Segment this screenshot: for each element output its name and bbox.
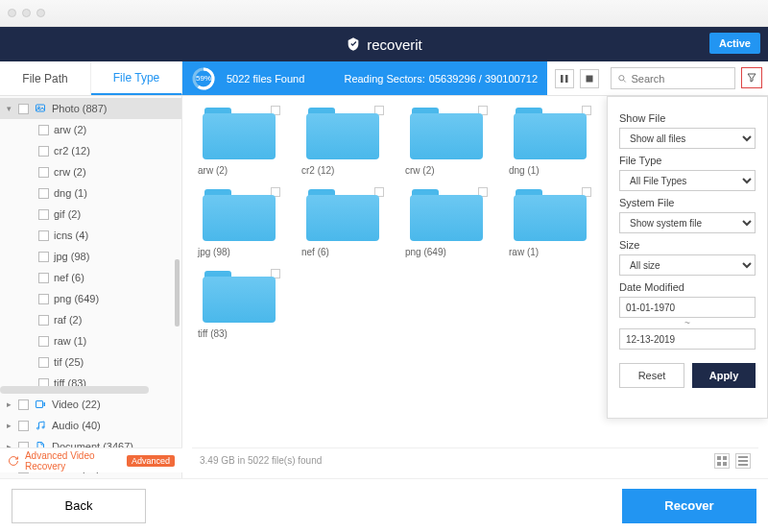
active-button[interactable]: Active [709, 33, 760, 54]
status-summary: 3.49 GB in 5022 file(s) found [200, 455, 322, 466]
folder-item[interactable]: raw (1) [503, 185, 597, 257]
filter-panel: Show File Show all files File Type All F… [607, 96, 768, 419]
search-box[interactable] [611, 67, 735, 89]
svg-rect-8 [36, 401, 43, 408]
footer: Back Recover [0, 478, 768, 532]
checkbox[interactable] [18, 421, 29, 431]
checkbox[interactable] [38, 146, 49, 157]
photo-icon [34, 103, 47, 114]
folder-item[interactable]: tiff (83) [192, 267, 286, 339]
sidebar-child-label: png (649) [54, 293, 99, 304]
folder-item[interactable]: dng (1) [503, 104, 597, 176]
folder-item[interactable]: nef (6) [296, 185, 390, 257]
checkbox[interactable] [38, 357, 49, 368]
reading-label: Reading Sectors: [344, 73, 424, 85]
sidebar-h-scrollbar[interactable] [0, 386, 149, 394]
back-button[interactable]: Back [12, 489, 146, 523]
checkbox[interactable] [38, 252, 49, 262]
sidebar-child-item[interactable]: arw (2) [0, 119, 181, 140]
sidebar-cat-photo[interactable]: ▾ Photo (887) [0, 98, 181, 119]
sidebar-child-item[interactable]: raw (1) [0, 330, 181, 351]
filter-file-type-select[interactable]: All File Types [619, 170, 756, 191]
tree: ▾ Photo (887) arw (2)cr2 (12)crw (2)dng … [0, 96, 181, 478]
checkbox[interactable] [38, 336, 49, 347]
scan-status: 59% 5022 files Found Reading Sectors: 05… [182, 61, 547, 95]
folder-icon [512, 104, 588, 163]
view-list-button[interactable] [735, 453, 751, 469]
folder-item[interactable]: png (649) [399, 185, 493, 257]
folder-label: nef (6) [296, 247, 390, 257]
filter-system-file-select[interactable]: Show system file [619, 212, 756, 233]
folder-icon [201, 185, 277, 245]
sidebar-child-item[interactable]: dng (1) [0, 182, 181, 204]
filter-icon [746, 72, 757, 84]
tab-file-type[interactable]: File Type [91, 61, 182, 95]
filter-show-file-select[interactable]: Show all files [619, 128, 756, 149]
filter-show-file-label: Show File [619, 112, 756, 124]
category-icon [34, 420, 47, 431]
refresh-icon [8, 454, 19, 468]
filter-size-select[interactable]: All size [619, 254, 756, 276]
folder-icon [408, 185, 485, 245]
filter-reset-button[interactable]: Reset [619, 363, 684, 388]
folder-item[interactable]: cr2 (12) [296, 104, 390, 176]
tab-file-path[interactable]: File Path [0, 61, 91, 95]
advanced-video-recovery-bar[interactable]: Advanced Video Recovery Advanced [0, 447, 182, 472]
folder-item[interactable]: arw (2) [192, 104, 286, 176]
folder-item[interactable]: jpg (98) [192, 185, 286, 257]
folder-icon [304, 185, 381, 245]
checkbox[interactable] [38, 125, 49, 135]
filter-button[interactable] [741, 67, 762, 88]
sidebar-child-item[interactable]: tif (25) [0, 351, 181, 373]
svg-rect-2 [561, 75, 564, 83]
folder-icon [304, 104, 381, 163]
folder-label: png (649) [399, 247, 493, 257]
sidebar-cat-label: Photo (887) [52, 103, 107, 114]
sidebar-scrollbar[interactable] [175, 259, 180, 326]
sidebar-child-label: jpg (98) [54, 251, 89, 262]
sidebar-child-item[interactable]: raf (2) [0, 309, 181, 330]
sidebar-child-item[interactable]: icns (4) [0, 225, 181, 246]
folder-item[interactable]: crw (2) [399, 104, 493, 176]
chevron-right-icon: ▸ [4, 399, 13, 409]
checkbox[interactable] [38, 315, 49, 326]
checkbox[interactable] [18, 104, 29, 114]
checkbox[interactable] [38, 209, 49, 220]
sidebar-child-item[interactable]: cr2 (12) [0, 140, 181, 161]
filter-file-type-label: File Type [619, 155, 756, 166]
recover-button[interactable]: Recover [622, 489, 756, 523]
filter-date-to[interactable] [619, 328, 756, 350]
window-controls[interactable] [8, 9, 45, 17]
checkbox[interactable] [38, 273, 49, 283]
svg-rect-18 [738, 460, 748, 462]
sidebar-cat-item[interactable]: ▸Audio (40) [0, 415, 181, 436]
filter-date-from[interactable] [619, 297, 756, 318]
view-grid-button[interactable] [714, 453, 730, 469]
sidebar-child-item[interactable]: png (649) [0, 288, 181, 309]
sidebar-cat-label: Video (22) [52, 399, 101, 410]
titlebar [0, 0, 768, 27]
checkbox[interactable] [38, 230, 49, 241]
folder-label: arw (2) [192, 165, 286, 176]
sidebar: ▾ Photo (887) arw (2)cr2 (12)crw (2)dng … [0, 96, 182, 478]
stop-button[interactable] [580, 69, 599, 88]
sidebar-child-item[interactable]: nef (6) [0, 267, 181, 288]
checkbox[interactable] [18, 399, 29, 410]
svg-rect-16 [723, 462, 727, 466]
checkbox[interactable] [38, 188, 49, 199]
sidebar-child-item[interactable]: gif (2) [0, 204, 181, 225]
filter-apply-button[interactable]: Apply [692, 363, 756, 388]
main-area: ▾ Photo (887) arw (2)cr2 (12)crw (2)dng … [0, 96, 768, 478]
checkbox[interactable] [38, 294, 49, 304]
svg-rect-14 [723, 456, 727, 460]
search-input[interactable] [632, 73, 730, 85]
sidebar-child-item[interactable]: crw (2) [0, 161, 181, 182]
sidebar-cat-item[interactable]: ▸Video (22) [0, 394, 181, 415]
brand-text: recoverit [367, 36, 422, 53]
sidebar-child-item[interactable]: jpg (98) [0, 246, 181, 267]
filter-system-file-label: System File [619, 197, 756, 208]
folder-label: cr2 (12) [296, 165, 390, 176]
svg-rect-17 [738, 456, 748, 458]
pause-button[interactable] [555, 69, 574, 88]
checkbox[interactable] [38, 167, 49, 178]
